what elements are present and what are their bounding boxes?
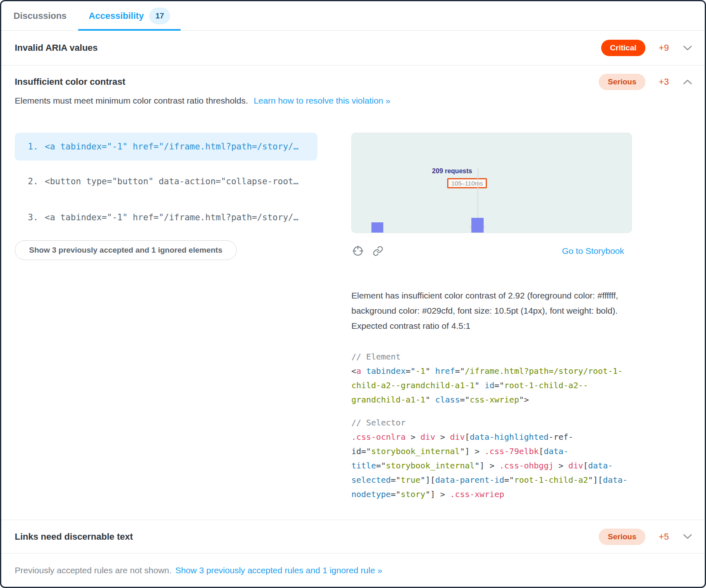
chevron-down-icon[interactable]	[683, 534, 692, 539]
element-item-3[interactable]: 3. <a tabindex="-1" href="/iframe.html?p…	[15, 207, 317, 228]
copy-link-icon[interactable]	[373, 246, 383, 256]
element-code-snippet: <a tabindex="-1" href="/iframe.html?path…	[45, 213, 299, 222]
element-number: 2.	[28, 176, 38, 186]
chevron-up-icon[interactable]	[683, 79, 692, 85]
severity-badge-serious: Serious	[599, 74, 645, 90]
preview-tooltip-title: 209 requests	[423, 167, 481, 175]
rule-description-text: Elements must meet minimum color contras…	[15, 96, 248, 105]
preview-bar-right	[471, 218, 484, 233]
rule-title-invalid-aria: Invalid ARIA values	[15, 43, 601, 53]
element-code-block: // Element <a tabindex="-1" href="/ifram…	[351, 350, 632, 407]
violating-elements-list: 1. <a tabindex="-1" href="/iframe.html?p…	[15, 133, 317, 502]
accessibility-count-badge: 17	[149, 8, 170, 24]
go-to-storybook-link[interactable]: Go to Storybook	[562, 246, 631, 256]
tab-accessibility-label: Accessibility	[89, 11, 144, 21]
show-accepted-rules-link[interactable]: Show 3 previously accepted rules and 1 i…	[175, 565, 382, 575]
rule-section-color-contrast: Insufficient color contrast Serious +3 E…	[1, 66, 705, 520]
show-accepted-elements-button[interactable]: Show 3 previously accepted and 1 ignored…	[15, 240, 237, 260]
element-code-snippet: <button type="button" data-action="colla…	[45, 176, 299, 186]
element-comment: // Element	[351, 350, 632, 364]
severity-badge-critical: Critical	[601, 40, 645, 56]
highlight-target-icon[interactable]	[352, 245, 364, 257]
active-tab-underline	[78, 29, 181, 31]
tab-discussions[interactable]: Discussions	[14, 1, 67, 30]
rule-row-links-discernable-text[interactable]: Links need discernable text Serious +5	[1, 520, 705, 554]
rule-meta: Critical +9	[601, 40, 692, 56]
rule-details: 1. <a tabindex="-1" href="/iframe.html?p…	[15, 133, 692, 502]
element-code: <a tabindex="-1" href="/iframe.html?path…	[351, 364, 632, 407]
chevron-down-icon[interactable]	[683, 45, 692, 51]
footer: Previously accepted rules are not shown.…	[1, 554, 705, 587]
accessibility-panel: Discussions Accessibility 17 Invalid ARI…	[0, 0, 706, 588]
rule-row-invalid-aria-values[interactable]: Invalid ARIA values Critical +9	[1, 31, 705, 66]
preview-highlighted-element: 105–110ms	[447, 178, 487, 188]
more-violations-count: +5	[654, 531, 673, 542]
violation-detail-text: Element has insufficient color contrast …	[351, 288, 632, 333]
element-number: 1.	[28, 142, 38, 152]
rule-title-links-discernable: Links need discernable text	[15, 531, 599, 542]
rule-description: Elements must meet minimum color contras…	[15, 96, 692, 107]
element-number: 3.	[28, 213, 38, 222]
rule-meta: Serious +3	[599, 74, 692, 90]
element-code-snippet: <a tabindex="-1" href="/iframe.html?path…	[45, 142, 299, 152]
story-preview-thumbnail: 209 requests 105–110ms	[351, 133, 632, 233]
preview-actions: Go to Storybook	[351, 244, 632, 258]
rule-title-color-contrast: Insufficient color contrast	[15, 77, 599, 87]
learn-how-link[interactable]: Learn how to resolve this violation »	[253, 96, 390, 105]
tab-bar: Discussions Accessibility 17	[1, 1, 705, 31]
element-detail-pane: 209 requests 105–110ms	[351, 133, 632, 502]
severity-badge-serious: Serious	[599, 529, 645, 545]
preview-bar-left	[371, 222, 383, 233]
selector-code: .css-ocnlra > div > div[data-highlighted…	[351, 430, 632, 502]
rule-header-color-contrast[interactable]: Insufficient color contrast Serious +3	[15, 75, 692, 89]
tab-accessibility[interactable]: Accessibility 17	[78, 1, 181, 30]
more-violations-count: +9	[654, 43, 673, 53]
more-violations-count: +3	[654, 77, 673, 87]
element-item-2[interactable]: 2. <button type="button" data-action="co…	[15, 171, 317, 192]
selector-comment: // Selector	[351, 416, 632, 430]
rule-meta: Serious +5	[599, 529, 692, 545]
element-item-1-selected[interactable]: 1. <a tabindex="-1" href="/iframe.html?p…	[15, 133, 317, 161]
footer-text: Previously accepted rules are not shown.	[15, 565, 172, 575]
selector-code-block: // Selector .css-ocnlra > div > div[data…	[351, 416, 632, 502]
